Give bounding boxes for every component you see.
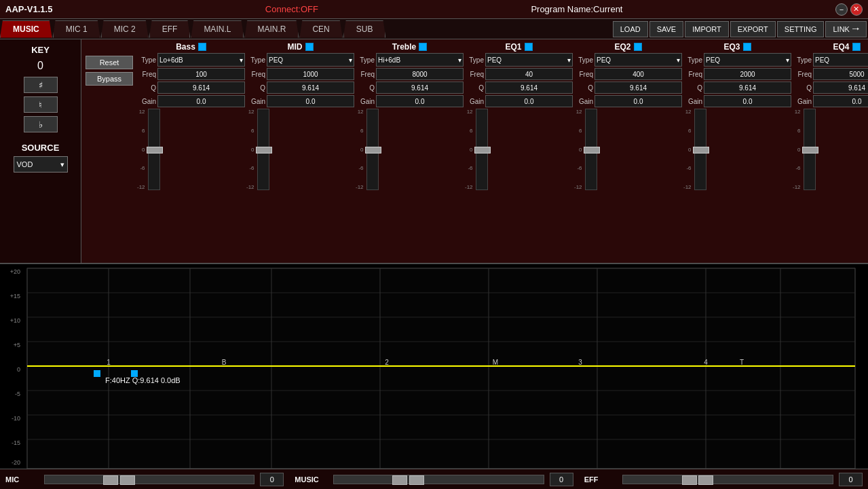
eq4-checkbox[interactable] [852,43,861,51]
key-label: KEY [31,45,50,55]
eq1-slider-knob [474,147,491,153]
eq1-checkbox[interactable] [525,43,533,51]
bass-checkbox[interactable] [198,43,206,51]
sidebar: KEY 0 ♯ ♮ ♭ SOURCE VOD ▾ [0,39,81,263]
mid-freq-input[interactable] [267,68,354,80]
eq-band-mid: MID Type PEQ▾ Freq [246,42,354,190]
eff-slider[interactable] [622,475,833,484]
bottom-bar: MIC 0 MUSIC 0 EFF 0 [0,469,868,489]
mic-slider[interactable] [44,475,255,484]
eq2-q-input[interactable] [595,82,682,94]
bypass-button[interactable]: Bypass [86,72,133,86]
eq2-gain-input[interactable] [595,95,682,107]
tab-bar: MUSIC MIC 1 MIC 2 EFF MAIN.L MAIN.R CEN … [0,19,868,39]
eq-band-eq3: EQ3 Type PEQ▾ Freq [683,42,791,190]
mid-q-input[interactable] [267,82,354,94]
treble-gain-input[interactable] [376,95,464,107]
eq1-freq-input[interactable] [485,68,573,80]
setting-button[interactable]: SETTING [777,21,825,37]
mid-gain-input[interactable] [267,95,354,107]
eq3-slider-knob [693,147,709,153]
eq-section: Reset Bypass Bass Type [81,39,868,263]
handle-1[interactable] [94,370,100,377]
tab-mainr[interactable]: MAIN.R [244,20,299,38]
eq-graph[interactable]: +20 +15 +10 +5 0 -5 -10 -15 -20 [0,264,868,469]
treble-checkbox[interactable] [419,43,427,51]
eq4-slider-wrap: 12 6 0 -6 -12 [793,109,868,190]
eq4-gain-input[interactable] [813,95,868,107]
mic-value: 0 [260,473,284,486]
tab-mainl[interactable]: MAIN.L [191,20,244,38]
bass-freq-input[interactable] [157,68,245,80]
import-button[interactable]: IMPORT [685,21,729,37]
tab-cen[interactable]: CEN [299,20,342,38]
eq1-type-select[interactable]: PEQ▾ [485,53,573,67]
eq3-freq-input[interactable] [704,68,791,80]
marker-4: 4 [704,359,708,366]
eff-label: EFF [584,475,618,484]
tab-sub[interactable]: SUB [343,20,386,38]
eq2-label: EQ2 [614,42,630,52]
load-button[interactable]: LOAD [613,21,648,37]
eq3-q-input[interactable] [704,82,791,94]
eq4-slider[interactable] [804,109,816,190]
eq3-type-select[interactable]: PEQ▾ [704,53,791,67]
eq2-checkbox[interactable] [634,43,642,51]
graph-section[interactable]: +20 +15 +10 +5 0 -5 -10 -15 -20 [0,264,868,469]
eq2-slider[interactable] [585,109,597,190]
svg-rect-2 [27,268,855,469]
tab-mic1[interactable]: MIC 1 [53,20,100,38]
treble-freq-input[interactable] [376,68,464,80]
eq2-type-select[interactable]: PEQ▾ [595,53,682,67]
treble-q-input[interactable] [376,82,464,94]
eq3-slider[interactable] [694,109,706,190]
tab-music[interactable]: MUSIC [0,20,52,38]
bass-type-select[interactable]: Lo+6dB▾ [157,53,245,67]
natural-button[interactable]: ♮ [24,96,58,113]
y-label-20minus: -20 [12,459,20,466]
eq1-gain-input[interactable] [485,95,573,107]
marker-M: M [493,359,498,366]
mid-slider-knob [256,147,272,153]
treble-type-select[interactable]: Hi+6dB▾ [376,53,464,67]
bass-q-input[interactable] [157,82,245,94]
treble-slider[interactable] [366,109,379,190]
eq3-checkbox[interactable] [743,43,751,51]
eff-slider-thumb2 [698,475,713,485]
eq4-freq-input[interactable] [813,68,868,80]
export-button[interactable]: EXPORT [730,21,776,37]
link-button[interactable]: LINK ⭢ [825,21,867,37]
app-title: AAP-V1.1.5 [5,4,52,14]
tab-eff[interactable]: EFF [149,20,191,38]
mid-checkbox[interactable] [305,43,314,51]
eq2-freq-input[interactable] [595,68,682,80]
save-button[interactable]: SAVE [649,21,684,37]
marker-3: 3 [578,359,582,366]
eq4-q-input[interactable] [813,82,868,94]
reset-button[interactable]: Reset [86,56,133,69]
eq1-slider-wrap: 12 6 0 -6 -12 [465,109,573,190]
marker-T: T [740,359,744,366]
mic-slider-thumb2 [120,475,135,485]
bass-gain-input[interactable] [157,95,245,107]
eq1-q-input[interactable] [485,82,573,94]
eq-band-eq1: EQ1 Type PEQ▾ Freq [465,42,573,190]
music-slider-thumb2 [409,475,424,485]
tab-mic2[interactable]: MIC 2 [101,20,149,38]
sharp-button[interactable]: ♯ [24,77,58,93]
eq1-slider[interactable] [476,109,488,190]
mid-slider[interactable] [257,109,269,190]
treble-slider-knob [365,147,381,153]
eq-band-eq4: EQ4 Type PEQ▾ Freq [793,42,868,190]
treble-label: Treble [392,42,416,52]
close-button[interactable]: ✕ [850,3,863,16]
eq4-type-select[interactable]: PEQ▾ [813,53,868,67]
bass-slider[interactable] [148,109,160,190]
mid-type-select[interactable]: PEQ▾ [267,53,354,67]
eq3-gain-input[interactable] [704,95,791,107]
music-slider[interactable] [333,475,544,484]
source-select[interactable]: VOD ▾ [14,156,68,173]
minimize-button[interactable]: − [835,3,848,16]
flat-button[interactable]: ♭ [24,116,58,132]
title-bar: AAP-V1.1.5 Connect:OFF Program Name:Curr… [0,0,868,19]
